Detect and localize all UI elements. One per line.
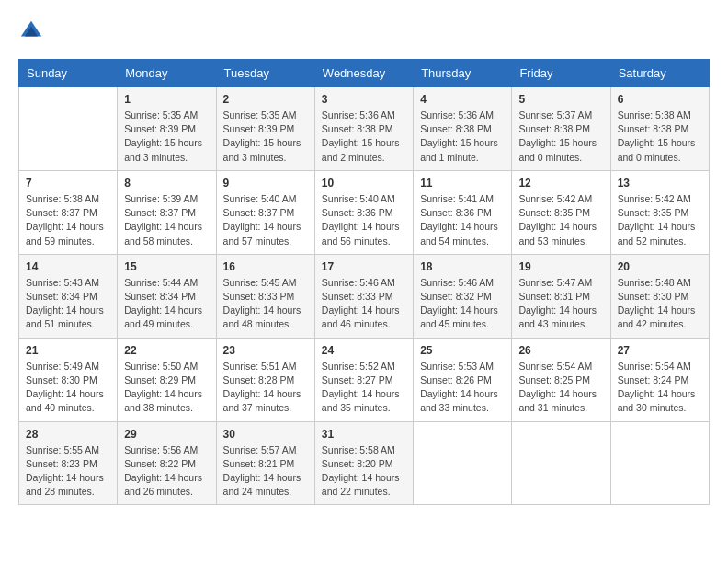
day-number: 17 xyxy=(322,260,406,273)
day-number: 8 xyxy=(124,177,209,190)
day-cell-7: 7Sunrise: 5:38 AMSunset: 8:37 PMDaylight… xyxy=(19,170,118,254)
day-info: Sunrise: 5:38 AMSunset: 8:37 PMDaylight:… xyxy=(26,192,110,248)
day-cell-26: 26Sunrise: 5:54 AMSunset: 8:25 PMDayligh… xyxy=(512,338,610,421)
day-info: Sunrise: 5:46 AMSunset: 8:32 PMDaylight:… xyxy=(420,276,505,332)
day-number: 14 xyxy=(26,260,110,273)
day-cell-23: 23Sunrise: 5:51 AMSunset: 8:28 PMDayligh… xyxy=(216,338,314,421)
day-number: 1 xyxy=(124,93,209,106)
weekday-header-monday: Monday xyxy=(118,60,216,87)
day-info: Sunrise: 5:42 AMSunset: 8:35 PMDaylight:… xyxy=(518,192,603,248)
day-cell-15: 15Sunrise: 5:44 AMSunset: 8:34 PMDayligh… xyxy=(118,254,216,338)
day-number: 12 xyxy=(518,177,603,190)
day-number: 19 xyxy=(518,260,603,273)
day-info: Sunrise: 5:36 AMSunset: 8:38 PMDaylight:… xyxy=(322,109,406,165)
day-cell-16: 16Sunrise: 5:45 AMSunset: 8:33 PMDayligh… xyxy=(216,254,314,338)
empty-cell xyxy=(610,421,709,505)
day-info: Sunrise: 5:42 AMSunset: 8:35 PMDaylight:… xyxy=(618,192,702,248)
day-cell-1: 1Sunrise: 5:35 AMSunset: 8:39 PMDaylight… xyxy=(118,87,216,171)
day-number: 9 xyxy=(223,177,308,190)
day-cell-30: 30Sunrise: 5:57 AMSunset: 8:21 PMDayligh… xyxy=(216,421,314,505)
weekday-header-tuesday: Tuesday xyxy=(216,60,314,87)
weekday-header-wednesday: Wednesday xyxy=(314,60,413,87)
day-cell-11: 11Sunrise: 5:41 AMSunset: 8:36 PMDayligh… xyxy=(414,170,512,254)
day-number: 3 xyxy=(322,93,406,106)
day-number: 18 xyxy=(420,260,505,273)
day-info: Sunrise: 5:35 AMSunset: 8:39 PMDaylight:… xyxy=(124,109,209,165)
week-row-2: 7Sunrise: 5:38 AMSunset: 8:37 PMDaylight… xyxy=(19,170,710,254)
day-cell-9: 9Sunrise: 5:40 AMSunset: 8:37 PMDaylight… xyxy=(216,170,314,254)
week-row-3: 14Sunrise: 5:43 AMSunset: 8:34 PMDayligh… xyxy=(19,254,710,338)
weekday-header-row: SundayMondayTuesdayWednesdayThursdayFrid… xyxy=(19,60,710,87)
day-info: Sunrise: 5:53 AMSunset: 8:26 PMDaylight:… xyxy=(420,360,505,416)
week-row-4: 21Sunrise: 5:49 AMSunset: 8:30 PMDayligh… xyxy=(19,338,710,421)
day-cell-19: 19Sunrise: 5:47 AMSunset: 8:31 PMDayligh… xyxy=(512,254,610,338)
day-number: 4 xyxy=(420,93,505,106)
day-info: Sunrise: 5:37 AMSunset: 8:38 PMDaylight:… xyxy=(518,109,603,165)
empty-cell xyxy=(512,421,610,505)
day-cell-31: 31Sunrise: 5:58 AMSunset: 8:20 PMDayligh… xyxy=(314,421,413,505)
day-cell-6: 6Sunrise: 5:38 AMSunset: 8:38 PMDaylight… xyxy=(610,87,709,171)
day-cell-18: 18Sunrise: 5:46 AMSunset: 8:32 PMDayligh… xyxy=(414,254,512,338)
day-number: 11 xyxy=(420,177,505,190)
day-cell-22: 22Sunrise: 5:50 AMSunset: 8:29 PMDayligh… xyxy=(118,338,216,421)
weekday-header-sunday: Sunday xyxy=(19,60,118,87)
day-cell-21: 21Sunrise: 5:49 AMSunset: 8:30 PMDayligh… xyxy=(19,338,118,421)
day-number: 23 xyxy=(223,344,308,357)
day-number: 28 xyxy=(26,428,110,441)
day-number: 24 xyxy=(322,344,406,357)
day-cell-25: 25Sunrise: 5:53 AMSunset: 8:26 PMDayligh… xyxy=(414,338,512,421)
page-header xyxy=(18,18,710,44)
day-number: 16 xyxy=(223,260,308,273)
day-number: 30 xyxy=(223,428,308,441)
day-info: Sunrise: 5:43 AMSunset: 8:34 PMDaylight:… xyxy=(26,276,110,332)
day-cell-3: 3Sunrise: 5:36 AMSunset: 8:38 PMDaylight… xyxy=(314,87,413,171)
day-number: 10 xyxy=(322,177,406,190)
day-info: Sunrise: 5:39 AMSunset: 8:37 PMDaylight:… xyxy=(124,192,209,248)
day-info: Sunrise: 5:54 AMSunset: 8:25 PMDaylight:… xyxy=(518,360,603,416)
day-info: Sunrise: 5:45 AMSunset: 8:33 PMDaylight:… xyxy=(223,276,308,332)
day-info: Sunrise: 5:52 AMSunset: 8:27 PMDaylight:… xyxy=(322,360,406,416)
empty-cell xyxy=(19,87,118,171)
day-number: 2 xyxy=(223,93,308,106)
logo xyxy=(18,18,48,44)
day-cell-17: 17Sunrise: 5:46 AMSunset: 8:33 PMDayligh… xyxy=(314,254,413,338)
day-info: Sunrise: 5:35 AMSunset: 8:39 PMDaylight:… xyxy=(223,109,308,165)
day-cell-8: 8Sunrise: 5:39 AMSunset: 8:37 PMDaylight… xyxy=(118,170,216,254)
day-cell-24: 24Sunrise: 5:52 AMSunset: 8:27 PMDayligh… xyxy=(314,338,413,421)
day-info: Sunrise: 5:51 AMSunset: 8:28 PMDaylight:… xyxy=(223,360,308,416)
day-cell-5: 5Sunrise: 5:37 AMSunset: 8:38 PMDaylight… xyxy=(512,87,610,171)
day-number: 6 xyxy=(618,93,702,106)
day-number: 5 xyxy=(518,93,603,106)
day-cell-28: 28Sunrise: 5:55 AMSunset: 8:23 PMDayligh… xyxy=(19,421,118,505)
day-info: Sunrise: 5:47 AMSunset: 8:31 PMDaylight:… xyxy=(518,276,603,332)
day-number: 29 xyxy=(124,428,209,441)
day-number: 27 xyxy=(618,344,702,357)
day-number: 13 xyxy=(618,177,702,190)
weekday-header-saturday: Saturday xyxy=(610,60,709,87)
day-info: Sunrise: 5:58 AMSunset: 8:20 PMDaylight:… xyxy=(322,443,406,500)
day-cell-2: 2Sunrise: 5:35 AMSunset: 8:39 PMDaylight… xyxy=(216,87,314,171)
day-number: 26 xyxy=(518,344,603,357)
week-row-5: 28Sunrise: 5:55 AMSunset: 8:23 PMDayligh… xyxy=(19,421,710,505)
day-number: 15 xyxy=(124,260,209,273)
day-info: Sunrise: 5:57 AMSunset: 8:21 PMDaylight:… xyxy=(223,443,308,500)
day-cell-12: 12Sunrise: 5:42 AMSunset: 8:35 PMDayligh… xyxy=(512,170,610,254)
day-info: Sunrise: 5:50 AMSunset: 8:29 PMDaylight:… xyxy=(124,360,209,416)
day-info: Sunrise: 5:36 AMSunset: 8:38 PMDaylight:… xyxy=(420,109,505,165)
day-cell-20: 20Sunrise: 5:48 AMSunset: 8:30 PMDayligh… xyxy=(610,254,709,338)
day-info: Sunrise: 5:56 AMSunset: 8:22 PMDaylight:… xyxy=(124,443,209,500)
empty-cell xyxy=(414,421,512,505)
logo-icon xyxy=(18,18,44,44)
day-cell-4: 4Sunrise: 5:36 AMSunset: 8:38 PMDaylight… xyxy=(414,87,512,171)
day-info: Sunrise: 5:54 AMSunset: 8:24 PMDaylight:… xyxy=(618,360,702,416)
day-info: Sunrise: 5:55 AMSunset: 8:23 PMDaylight:… xyxy=(26,443,110,500)
day-info: Sunrise: 5:40 AMSunset: 8:37 PMDaylight:… xyxy=(223,192,308,248)
calendar-table: SundayMondayTuesdayWednesdayThursdayFrid… xyxy=(18,59,710,505)
day-info: Sunrise: 5:41 AMSunset: 8:36 PMDaylight:… xyxy=(420,192,505,248)
day-number: 21 xyxy=(26,344,110,357)
day-number: 25 xyxy=(420,344,505,357)
weekday-header-friday: Friday xyxy=(512,60,610,87)
day-info: Sunrise: 5:46 AMSunset: 8:33 PMDaylight:… xyxy=(322,276,406,332)
day-number: 20 xyxy=(618,260,702,273)
day-cell-27: 27Sunrise: 5:54 AMSunset: 8:24 PMDayligh… xyxy=(610,338,709,421)
